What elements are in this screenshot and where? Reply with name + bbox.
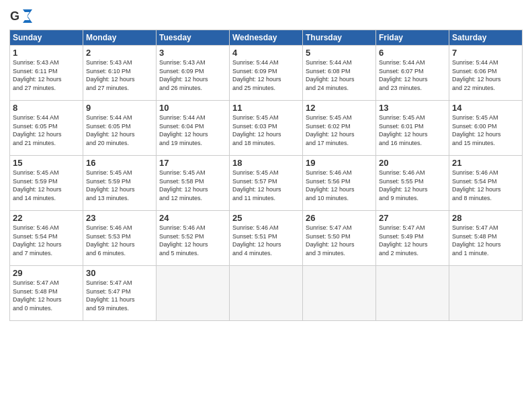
day-cell: 1Sunrise: 5:43 AMSunset: 6:11 PMDaylight… <box>10 46 83 101</box>
header: G <box>9 7 523 26</box>
day-number: 8 <box>13 103 80 113</box>
day-cell: 9Sunrise: 5:44 AMSunset: 6:05 PMDaylight… <box>83 101 157 156</box>
day-number: 27 <box>379 213 446 223</box>
day-cell <box>376 266 449 321</box>
svg-text:G: G <box>10 9 19 23</box>
day-cell: 12Sunrise: 5:45 AMSunset: 6:02 PMDayligh… <box>303 101 376 156</box>
day-cell <box>230 266 303 321</box>
column-header-wednesday: Wednesday <box>230 30 303 46</box>
day-cell: 20Sunrise: 5:46 AMSunset: 5:55 PMDayligh… <box>376 156 449 211</box>
day-number: 20 <box>379 158 446 168</box>
column-header-friday: Friday <box>376 30 449 46</box>
day-cell: 2Sunrise: 5:43 AMSunset: 6:10 PMDaylight… <box>83 46 157 101</box>
cell-info: Sunrise: 5:45 AMSunset: 5:59 PMDaylight:… <box>86 169 153 202</box>
column-header-sunday: Sunday <box>10 30 83 46</box>
day-cell: 21Sunrise: 5:46 AMSunset: 5:54 PMDayligh… <box>449 156 523 211</box>
day-number: 17 <box>159 158 226 168</box>
day-number: 22 <box>13 213 80 223</box>
day-cell: 8Sunrise: 5:44 AMSunset: 6:05 PMDaylight… <box>10 101 83 156</box>
cell-info: Sunrise: 5:46 AMSunset: 5:52 PMDaylight:… <box>159 224 226 257</box>
week-row-5: 29Sunrise: 5:47 AMSunset: 5:48 PMDayligh… <box>10 266 523 321</box>
day-number: 18 <box>232 158 300 168</box>
day-cell: 27Sunrise: 5:47 AMSunset: 5:49 PMDayligh… <box>376 211 449 266</box>
day-number: 9 <box>86 103 153 113</box>
day-cell <box>449 266 523 321</box>
logo-icon: G <box>9 7 32 26</box>
day-number: 4 <box>232 48 300 58</box>
day-number: 12 <box>306 103 373 113</box>
cell-info: Sunrise: 5:47 AMSunset: 5:49 PMDaylight:… <box>379 224 446 257</box>
cell-info: Sunrise: 5:45 AMSunset: 5:57 PMDaylight:… <box>232 169 300 202</box>
day-cell: 14Sunrise: 5:45 AMSunset: 6:00 PMDayligh… <box>449 101 523 156</box>
day-number: 7 <box>452 48 519 58</box>
day-number: 29 <box>13 268 80 278</box>
day-number: 14 <box>452 103 519 113</box>
header-row: SundayMondayTuesdayWednesdayThursdayFrid… <box>10 30 523 46</box>
cell-info: Sunrise: 5:45 AMSunset: 6:03 PMDaylight:… <box>232 113 300 147</box>
cell-info: Sunrise: 5:43 AMSunset: 6:10 PMDaylight:… <box>86 58 153 92</box>
cell-info: Sunrise: 5:46 AMSunset: 5:54 PMDaylight:… <box>452 169 519 202</box>
cell-info: Sunrise: 5:45 AMSunset: 6:00 PMDaylight:… <box>452 113 519 147</box>
day-number: 15 <box>13 158 80 168</box>
day-cell: 17Sunrise: 5:45 AMSunset: 5:58 PMDayligh… <box>157 156 230 211</box>
day-cell: 22Sunrise: 5:46 AMSunset: 5:54 PMDayligh… <box>10 211 83 266</box>
day-cell: 28Sunrise: 5:47 AMSunset: 5:48 PMDayligh… <box>449 211 523 266</box>
cell-info: Sunrise: 5:43 AMSunset: 6:11 PMDaylight:… <box>13 58 80 92</box>
cell-info: Sunrise: 5:47 AMSunset: 5:47 PMDaylight:… <box>86 279 153 312</box>
cell-info: Sunrise: 5:47 AMSunset: 5:48 PMDaylight:… <box>452 224 519 257</box>
day-cell: 4Sunrise: 5:44 AMSunset: 6:09 PMDaylight… <box>230 46 303 101</box>
day-number: 24 <box>159 213 226 223</box>
day-cell: 26Sunrise: 5:47 AMSunset: 5:50 PMDayligh… <box>303 211 376 266</box>
day-number: 30 <box>86 268 153 278</box>
day-number: 3 <box>159 48 226 58</box>
cell-info: Sunrise: 5:44 AMSunset: 6:05 PMDaylight:… <box>86 113 153 147</box>
day-cell: 7Sunrise: 5:44 AMSunset: 6:06 PMDaylight… <box>449 46 523 101</box>
day-cell <box>303 266 376 321</box>
week-row-3: 15Sunrise: 5:45 AMSunset: 5:59 PMDayligh… <box>10 156 523 211</box>
cell-info: Sunrise: 5:47 AMSunset: 5:48 PMDaylight:… <box>13 279 80 312</box>
day-cell: 18Sunrise: 5:45 AMSunset: 5:57 PMDayligh… <box>230 156 303 211</box>
column-header-tuesday: Tuesday <box>157 30 230 46</box>
cell-info: Sunrise: 5:47 AMSunset: 5:50 PMDaylight:… <box>306 224 373 257</box>
day-number: 13 <box>379 103 446 113</box>
day-cell: 13Sunrise: 5:45 AMSunset: 6:01 PMDayligh… <box>376 101 449 156</box>
day-number: 19 <box>306 158 373 168</box>
cell-info: Sunrise: 5:44 AMSunset: 6:09 PMDaylight:… <box>232 58 300 92</box>
cell-info: Sunrise: 5:44 AMSunset: 6:07 PMDaylight:… <box>379 58 446 92</box>
day-cell: 25Sunrise: 5:46 AMSunset: 5:51 PMDayligh… <box>230 211 303 266</box>
day-cell: 29Sunrise: 5:47 AMSunset: 5:48 PMDayligh… <box>10 266 83 321</box>
day-number: 11 <box>232 103 300 113</box>
day-number: 6 <box>379 48 446 58</box>
day-cell: 11Sunrise: 5:45 AMSunset: 6:03 PMDayligh… <box>230 101 303 156</box>
day-cell: 19Sunrise: 5:46 AMSunset: 5:56 PMDayligh… <box>303 156 376 211</box>
cell-info: Sunrise: 5:44 AMSunset: 6:05 PMDaylight:… <box>13 113 80 147</box>
column-header-monday: Monday <box>83 30 157 46</box>
day-cell: 16Sunrise: 5:45 AMSunset: 5:59 PMDayligh… <box>83 156 157 211</box>
cell-info: Sunrise: 5:45 AMSunset: 5:58 PMDaylight:… <box>159 169 226 202</box>
day-number: 23 <box>86 213 153 223</box>
day-number: 5 <box>306 48 373 58</box>
day-number: 10 <box>159 103 226 113</box>
week-row-2: 8Sunrise: 5:44 AMSunset: 6:05 PMDaylight… <box>10 101 523 156</box>
cell-info: Sunrise: 5:46 AMSunset: 5:56 PMDaylight:… <box>306 169 373 202</box>
day-cell: 10Sunrise: 5:44 AMSunset: 6:04 PMDayligh… <box>157 101 230 156</box>
day-number: 28 <box>452 213 519 223</box>
logo: G <box>9 7 34 26</box>
day-cell: 30Sunrise: 5:47 AMSunset: 5:47 PMDayligh… <box>83 266 157 321</box>
cell-info: Sunrise: 5:43 AMSunset: 6:09 PMDaylight:… <box>159 58 226 92</box>
day-cell: 3Sunrise: 5:43 AMSunset: 6:09 PMDaylight… <box>157 46 230 101</box>
cell-info: Sunrise: 5:44 AMSunset: 6:04 PMDaylight:… <box>159 113 226 147</box>
column-header-thursday: Thursday <box>303 30 376 46</box>
day-cell: 6Sunrise: 5:44 AMSunset: 6:07 PMDaylight… <box>376 46 449 101</box>
cell-info: Sunrise: 5:46 AMSunset: 5:53 PMDaylight:… <box>86 224 153 257</box>
day-cell: 24Sunrise: 5:46 AMSunset: 5:52 PMDayligh… <box>157 211 230 266</box>
cell-info: Sunrise: 5:45 AMSunset: 5:59 PMDaylight:… <box>13 169 80 202</box>
cell-info: Sunrise: 5:46 AMSunset: 5:55 PMDaylight:… <box>379 169 446 202</box>
main-container: G SundayMondayTuesdayWednesdayThursdayFr… <box>0 0 532 411</box>
cell-info: Sunrise: 5:45 AMSunset: 6:02 PMDaylight:… <box>306 113 373 147</box>
day-number: 1 <box>13 48 80 58</box>
column-header-saturday: Saturday <box>449 30 523 46</box>
cell-info: Sunrise: 5:46 AMSunset: 5:54 PMDaylight:… <box>13 224 80 257</box>
cell-info: Sunrise: 5:45 AMSunset: 6:01 PMDaylight:… <box>379 113 446 147</box>
day-number: 25 <box>232 213 300 223</box>
